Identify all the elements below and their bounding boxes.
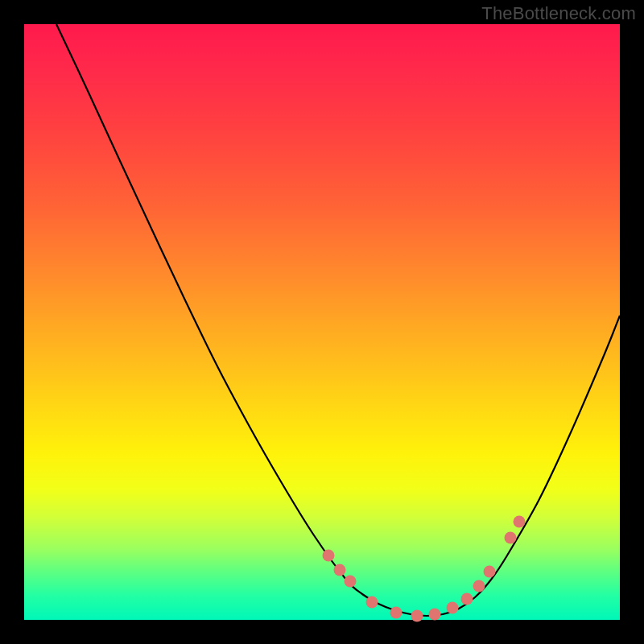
bottleneck-curve xyxy=(56,24,620,616)
highlight-marker xyxy=(429,609,441,621)
highlight-marker xyxy=(323,550,335,562)
plot-area xyxy=(24,24,620,620)
highlight-marker xyxy=(514,516,526,528)
highlight-marker xyxy=(447,602,459,614)
highlight-marker xyxy=(411,610,423,622)
highlight-marker xyxy=(390,607,402,619)
highlight-marker xyxy=(473,580,485,592)
highlight-marker xyxy=(334,564,346,576)
highlight-marker xyxy=(345,576,357,588)
highlight-marker xyxy=(366,597,378,609)
chart-frame: TheBottleneck.com xyxy=(0,0,644,644)
marker-group xyxy=(323,516,526,622)
highlight-marker xyxy=(461,593,473,605)
watermark-label: TheBottleneck.com xyxy=(481,3,636,24)
chart-svg xyxy=(24,24,620,620)
highlight-marker xyxy=(505,532,517,544)
highlight-marker xyxy=(484,566,496,578)
